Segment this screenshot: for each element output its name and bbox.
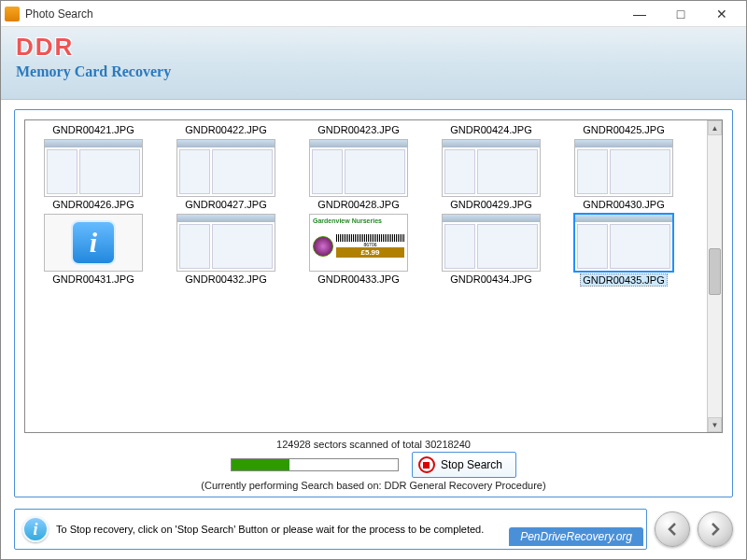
file-name: GNDR00427.JPG — [185, 199, 266, 210]
file-name: GNDR00422.JPG — [185, 124, 266, 135]
results-panel: GNDR00421.JPGGNDR00422.JPGGNDR00423.JPGG… — [14, 109, 733, 497]
file-item[interactable]: GNDR00421.JPG — [31, 124, 156, 135]
file-item[interactable]: GNDR00434.JPG — [429, 214, 554, 287]
thumbnail — [44, 139, 143, 197]
stop-icon — [418, 456, 435, 473]
file-item[interactable]: GNDR00422.JPG — [163, 124, 289, 135]
logo-text: DDR — [16, 33, 731, 62]
window-title: Photo Search — [25, 7, 619, 21]
stop-search-button[interactable]: Stop Search — [412, 452, 516, 478]
progress-bar — [231, 458, 399, 471]
progress-fill — [232, 459, 289, 470]
banner: DDR Memory Card Recovery — [1, 27, 746, 100]
file-name: GNDR00423.JPG — [317, 124, 399, 135]
thumbnail — [176, 214, 275, 272]
banner-subtitle: Memory Card Recovery — [16, 63, 731, 80]
scroll-track[interactable] — [708, 135, 722, 417]
file-name: GNDR00426.JPG — [52, 199, 134, 210]
vertical-scrollbar[interactable]: ▲ ▼ — [707, 120, 722, 432]
file-item[interactable]: GNDR00435.JPG — [561, 214, 686, 287]
file-item[interactable]: GNDR00425.JPG — [561, 124, 686, 135]
scroll-up-arrow[interactable]: ▲ — [708, 120, 722, 135]
file-item[interactable]: GNDR00426.JPG — [31, 139, 156, 210]
file-name: GNDR00424.JPG — [450, 124, 531, 135]
thumbnail — [309, 139, 408, 197]
app-icon — [5, 7, 20, 21]
thumbnail-app-screenshot — [45, 140, 142, 196]
close-button[interactable]: ✕ — [701, 1, 742, 27]
thumbnail-app-screenshot — [575, 140, 672, 196]
file-item[interactable]: GNDR00424.JPG — [429, 124, 554, 135]
file-item[interactable]: GNDR00432.JPG — [163, 214, 289, 287]
file-name: GNDR00431.JPG — [52, 273, 134, 285]
thumbnail — [176, 139, 275, 197]
thumbnail-app-screenshot — [310, 140, 407, 196]
scroll-down-arrow[interactable]: ▼ — [708, 417, 722, 432]
thumbnail-app-screenshot — [177, 140, 275, 196]
progress-area: 124928 sectors scanned of total 30218240… — [24, 439, 723, 491]
file-item[interactable]: GNDR00423.JPG — [296, 124, 421, 135]
minimize-button[interactable]: ― — [619, 1, 660, 27]
footer: i To Stop recovery, click on 'Stop Searc… — [1, 503, 746, 559]
scroll-thumb[interactable] — [709, 248, 721, 295]
watermark: PenDriveRecovery.org — [509, 527, 643, 546]
footer-message: To Stop recovery, click on 'Stop Search'… — [56, 524, 484, 535]
file-name: GNDR00430.JPG — [583, 199, 664, 210]
thumbnail-card: Gardenview Nurseries86706£5.99 — [310, 215, 407, 271]
file-name: GNDR00434.JPG — [450, 273, 531, 285]
thumbnail-grid[interactable]: GNDR00421.JPGGNDR00422.JPGGNDR00423.JPGG… — [25, 120, 707, 432]
file-name: GNDR00428.JPG — [317, 199, 399, 210]
file-name: GNDR00435.JPG — [580, 273, 667, 287]
thumbnail: Gardenview Nurseries86706£5.99 — [309, 214, 408, 272]
thumbnail-app-screenshot — [575, 215, 672, 271]
thumbnail — [574, 214, 673, 272]
file-item[interactable]: iGNDR00431.JPG — [31, 214, 156, 287]
file-name: GNDR00433.JPG — [317, 273, 399, 285]
thumbnail — [442, 139, 541, 197]
thumbnail-app-screenshot — [177, 215, 275, 271]
file-name: GNDR00425.JPG — [583, 124, 664, 135]
back-button[interactable] — [655, 511, 690, 547]
file-item[interactable]: GNDR00427.JPG — [163, 139, 289, 210]
content-area: GNDR00421.JPGGNDR00422.JPGGNDR00423.JPGG… — [1, 100, 746, 503]
app-window: Photo Search ― □ ✕ DDR Memory Card Recov… — [0, 0, 747, 560]
thumbnail — [442, 214, 541, 272]
thumbnail-grid-wrap: GNDR00421.JPGGNDR00422.JPGGNDR00423.JPGG… — [24, 119, 723, 433]
thumbnail-app-screenshot — [443, 215, 540, 271]
progress-status: 124928 sectors scanned of total 30218240 — [276, 439, 471, 450]
file-item[interactable]: Gardenview Nurseries86706£5.99GNDR00433.… — [296, 214, 421, 287]
file-item[interactable]: GNDR00430.JPG — [561, 139, 686, 210]
file-name: GNDR00429.JPG — [450, 199, 531, 210]
stop-search-label: Stop Search — [441, 458, 502, 471]
thumbnail-app-screenshot — [443, 140, 540, 196]
info-icon: i — [22, 516, 49, 542]
next-button[interactable] — [698, 511, 733, 547]
file-item[interactable]: GNDR00429.JPG — [429, 139, 554, 210]
maximize-button[interactable]: □ — [660, 1, 701, 27]
file-name: GNDR00432.JPG — [185, 273, 266, 285]
thumbnail — [574, 139, 673, 197]
file-name: GNDR00421.JPG — [52, 124, 134, 135]
file-item[interactable]: GNDR00428.JPG — [296, 139, 421, 210]
titlebar: Photo Search ― □ ✕ — [1, 1, 746, 27]
thumbnail-info-icon: i — [71, 220, 116, 265]
progress-hint: (Currently performing Search based on: D… — [201, 480, 545, 491]
thumbnail: i — [44, 214, 143, 272]
